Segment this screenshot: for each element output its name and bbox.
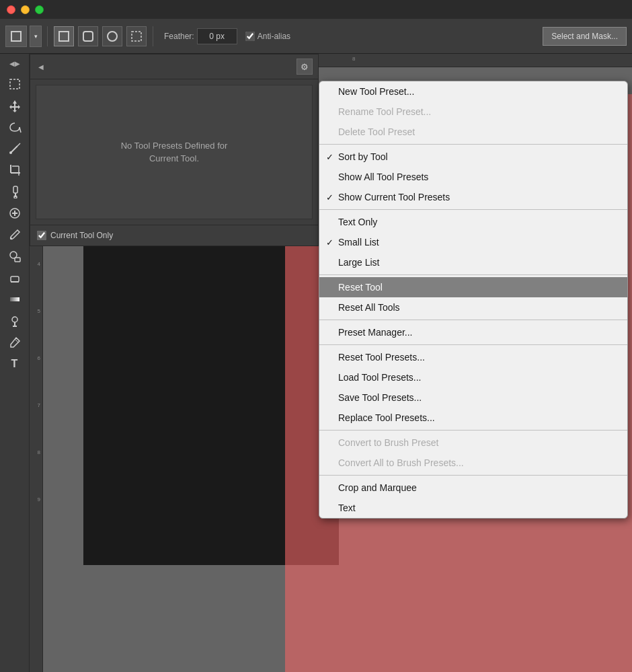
menu-item-label-rename-tool-preset: Rename Tool Preset... bbox=[338, 106, 431, 117]
tool-crop[interactable] bbox=[5, 160, 25, 180]
menu-item-crop-and-marquee[interactable]: Crop and Marquee bbox=[319, 478, 627, 498]
menu-item-label-reset-all-tools: Reset All Tools bbox=[338, 302, 400, 313]
menu-item-label-reset-tool-presets: Reset Tool Presets... bbox=[338, 352, 425, 363]
svg-rect-20 bbox=[15, 258, 20, 262]
shape-rectangle-btn[interactable] bbox=[54, 26, 74, 46]
menu-item-label-load-tool-presets: Load Tool Presets... bbox=[338, 372, 421, 383]
tool-gradient[interactable] bbox=[5, 289, 25, 309]
ruler-left-6: 6 bbox=[38, 355, 40, 361]
menu-item-label-delete-tool-preset: Delete Tool Preset bbox=[338, 126, 415, 137]
menu-item-text[interactable]: Text bbox=[319, 498, 627, 518]
select-mask-button[interactable]: Select and Mask... bbox=[543, 27, 627, 46]
menu-item-label-large-list: Large List bbox=[338, 257, 379, 268]
svg-rect-0 bbox=[11, 32, 21, 41]
menu-item-save-tool-presets[interactable]: Save Tool Presets... bbox=[319, 387, 627, 408]
svg-point-18 bbox=[10, 237, 12, 239]
tool-eraser[interactable] bbox=[5, 268, 25, 288]
presets-collapse-button[interactable]: ◀ bbox=[36, 61, 46, 72]
svg-point-7 bbox=[9, 151, 12, 154]
tool-marquee[interactable] bbox=[5, 74, 25, 94]
maximize-button[interactable] bbox=[35, 5, 44, 14]
ruler-left-7: 7 bbox=[38, 402, 40, 408]
menu-item-reset-tool-presets[interactable]: Reset Tool Presets... bbox=[319, 347, 627, 367]
menu-item-new-tool-preset[interactable]: New Tool Preset... bbox=[319, 81, 627, 102]
menu-item-label-sort-by-tool: Sort by Tool bbox=[338, 151, 388, 162]
menu-separator-convert-all-to-brush-presets bbox=[319, 475, 627, 476]
menu-item-label-show-all-tool-presets: Show All Tool Presets bbox=[338, 172, 428, 182]
menu-item-show-current-tool-presets[interactable]: ✓Show Current Tool Presets bbox=[319, 187, 627, 207]
tool-pen[interactable] bbox=[5, 332, 25, 352]
menu-item-convert-all-to-brush-presets: Convert All to Brush Presets... bbox=[319, 453, 627, 473]
tool-type[interactable]: T bbox=[5, 354, 25, 374]
menu-item-label-convert-all-to-brush-presets: Convert All to Brush Presets... bbox=[338, 457, 464, 468]
tool-magic-wand[interactable] bbox=[5, 139, 25, 159]
menu-item-label-small-list: Small List bbox=[338, 237, 379, 248]
presets-content-area: No Tool Presets Defined for Current Tool… bbox=[36, 85, 313, 219]
menu-item-label-text: Text bbox=[338, 502, 356, 513]
menu-item-preset-manager[interactable]: Preset Manager... bbox=[319, 322, 627, 342]
svg-line-6 bbox=[17, 143, 20, 146]
menu-item-rename-tool-preset: Rename Tool Preset... bbox=[319, 102, 627, 122]
menu-item-label-save-tool-presets: Save Tool Presets... bbox=[338, 392, 422, 403]
svg-rect-2 bbox=[10, 79, 19, 89]
menu-item-delete-tool-preset: Delete Tool Preset bbox=[319, 122, 627, 142]
menu-separator-reset-all-tools bbox=[319, 320, 627, 320]
svg-rect-12 bbox=[13, 186, 17, 193]
svg-point-24 bbox=[12, 317, 17, 322]
ruler-left-9: 9 bbox=[38, 496, 40, 502]
svg-rect-1 bbox=[132, 32, 141, 41]
menu-item-convert-to-brush-preset: Convert to Brush Preset bbox=[319, 433, 627, 453]
shape-polygon-btn[interactable] bbox=[126, 26, 147, 46]
tool-dodge[interactable] bbox=[5, 311, 25, 331]
menu-item-sort-by-tool[interactable]: ✓Sort by Tool bbox=[319, 147, 627, 167]
title-bar bbox=[0, 0, 632, 19]
menu-item-reset-tool[interactable]: Reset Tool bbox=[319, 277, 627, 297]
menu-item-label-reset-tool: Reset Tool bbox=[338, 282, 383, 293]
presets-empty-message: No Tool Presets Defined for Current Tool… bbox=[121, 139, 228, 165]
top-toolbar: ▾ Feather: Anti-alias Select and Mask... bbox=[0, 19, 632, 54]
menu-item-large-list[interactable]: Large List bbox=[319, 252, 627, 272]
toolbar-sep-2 bbox=[153, 26, 153, 46]
feather-input[interactable] bbox=[197, 28, 237, 44]
sidebar-collapse-button[interactable]: ◀▶ bbox=[9, 57, 21, 70]
current-tool-icon[interactable] bbox=[5, 26, 27, 47]
menu-separator-replace-tool-presets bbox=[319, 430, 627, 431]
menu-item-text-only[interactable]: Text Only bbox=[319, 212, 627, 232]
presets-footer: Current Tool Only bbox=[30, 225, 318, 246]
menu-separator-preset-manager bbox=[319, 344, 627, 345]
svg-line-4 bbox=[19, 127, 21, 133]
shape-rounded-btn[interactable] bbox=[78, 26, 98, 46]
menu-item-small-list[interactable]: ✓Small List bbox=[319, 232, 627, 252]
menu-separator-large-list bbox=[319, 274, 627, 275]
current-tool-only-checkbox[interactable] bbox=[37, 231, 46, 240]
presets-gear-button[interactable]: ⚙ bbox=[297, 59, 313, 75]
menu-item-reset-all-tools[interactable]: Reset All Tools bbox=[319, 297, 627, 318]
menu-separator-show-current-tool-presets bbox=[319, 209, 627, 210]
menu-item-load-tool-presets[interactable]: Load Tool Presets... bbox=[319, 367, 627, 387]
tool-presets-panel: ◀ ⚙ No Tool Presets Defined for Current … bbox=[30, 54, 319, 246]
menu-item-show-all-tool-presets[interactable]: Show All Tool Presets bbox=[319, 167, 627, 187]
tool-lasso[interactable] bbox=[5, 117, 25, 137]
toolbar-sep-1 bbox=[47, 26, 48, 46]
close-button[interactable] bbox=[7, 5, 15, 14]
svg-line-5 bbox=[11, 146, 17, 153]
menu-item-replace-tool-presets[interactable]: Replace Tool Presets... bbox=[319, 408, 627, 428]
tool-move[interactable] bbox=[5, 96, 25, 116]
minimize-button[interactable] bbox=[21, 5, 30, 14]
menu-checkmark-show-current-tool-presets: ✓ bbox=[326, 192, 333, 202]
menu-item-label-replace-tool-presets: Replace Tool Presets... bbox=[338, 412, 435, 423]
shape-ellipse-btn[interactable] bbox=[102, 26, 122, 46]
ellipse-shape-icon bbox=[107, 31, 118, 42]
menu-checkmark-small-list: ✓ bbox=[326, 237, 333, 248]
tool-clone-stamp[interactable] bbox=[5, 246, 25, 266]
rectangle-shape-icon bbox=[58, 31, 69, 42]
tool-eyedropper[interactable] bbox=[5, 182, 25, 202]
feather-label: Feather: bbox=[164, 32, 194, 41]
context-menu: New Tool Preset...Rename Tool Preset...D… bbox=[319, 81, 628, 519]
tool-healing[interactable] bbox=[5, 203, 25, 223]
tool-dropdown-button[interactable]: ▾ bbox=[30, 26, 42, 47]
menu-separator-delete-tool-preset bbox=[319, 144, 627, 145]
rounded-shape-icon bbox=[83, 31, 93, 42]
antialias-checkbox[interactable] bbox=[245, 32, 255, 41]
tool-brush[interactable] bbox=[5, 225, 25, 245]
